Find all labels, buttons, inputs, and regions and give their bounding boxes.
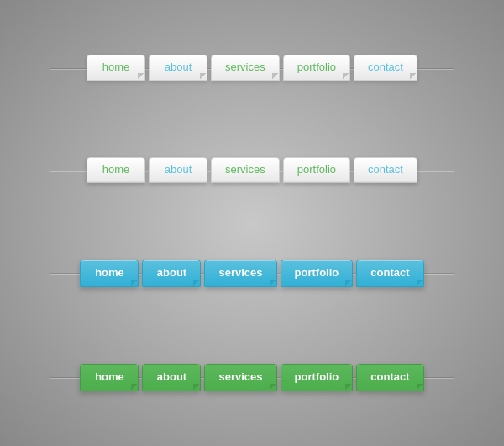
- navbar-row-1: home about services portfolio contact: [0, 55, 504, 81]
- nav-tabs-4: home about services portfolio contact: [80, 364, 423, 391]
- nav-tab-home-1[interactable]: home: [87, 55, 145, 81]
- nav-tab-home-4[interactable]: home: [80, 364, 139, 391]
- nav-tab-portfolio-2[interactable]: portfolio: [283, 157, 350, 183]
- nav-tab-about-1[interactable]: about: [149, 55, 207, 81]
- navbar-row-3: home about services portfolio contact: [0, 260, 504, 287]
- nav-tab-contact-2[interactable]: contact: [354, 157, 417, 183]
- nav-tab-home-2[interactable]: home: [87, 157, 145, 183]
- nav-tab-contact-4[interactable]: contact: [356, 364, 423, 391]
- nav-tab-contact-1[interactable]: contact: [354, 55, 417, 81]
- navbar-row-4: home about services portfolio contact: [0, 364, 504, 391]
- navbar-row-2: home about services portfolio contact: [0, 157, 504, 183]
- nav-tab-services-1[interactable]: services: [211, 55, 280, 81]
- nav-tab-services-4[interactable]: services: [204, 364, 276, 391]
- nav-tab-about-3[interactable]: about: [142, 260, 201, 287]
- nav-tabs-2: home about services portfolio contact: [87, 157, 417, 183]
- nav-tab-portfolio-3[interactable]: portfolio: [281, 260, 354, 287]
- nav-tabs-3: home about services portfolio contact: [80, 260, 423, 287]
- nav-tabs-1: home about services portfolio contact: [87, 55, 417, 81]
- nav-tab-about-4[interactable]: about: [142, 364, 201, 391]
- nav-tab-services-3[interactable]: services: [204, 260, 276, 287]
- nav-tab-portfolio-1[interactable]: portfolio: [283, 55, 350, 81]
- nav-tab-contact-3[interactable]: contact: [356, 260, 423, 287]
- nav-tab-about-2[interactable]: about: [149, 157, 207, 183]
- nav-tab-portfolio-4[interactable]: portfolio: [281, 364, 354, 391]
- nav-tab-home-3[interactable]: home: [80, 260, 139, 287]
- nav-tab-services-2[interactable]: services: [211, 157, 280, 183]
